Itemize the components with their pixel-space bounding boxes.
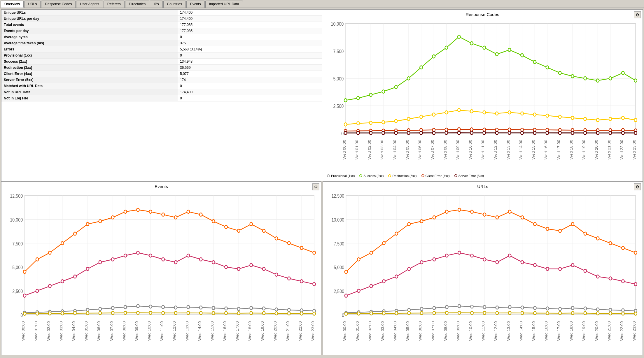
svg-text:Wed 08:00: Wed 08:00 bbox=[443, 140, 447, 159]
svg-text:Wed 22:00: Wed 22:00 bbox=[620, 140, 624, 159]
svg-point-230 bbox=[200, 213, 202, 216]
svg-point-79 bbox=[596, 79, 599, 82]
tab-directories[interactable]: Directories bbox=[125, 1, 149, 8]
svg-point-301 bbox=[187, 311, 190, 314]
svg-point-456 bbox=[483, 311, 486, 314]
svg-point-374 bbox=[357, 258, 360, 261]
svg-text:Wed 22:00: Wed 22:00 bbox=[298, 321, 302, 341]
svg-text:Wed 08:00: Wed 08:00 bbox=[122, 321, 126, 341]
svg-point-404 bbox=[433, 258, 436, 261]
svg-point-119 bbox=[496, 128, 498, 131]
svg-text:Wed 20:00: Wed 20:00 bbox=[273, 321, 277, 341]
tab-user-agents[interactable]: User Agents bbox=[76, 1, 103, 8]
tab-countries[interactable]: Countries bbox=[163, 1, 186, 8]
svg-point-144 bbox=[508, 131, 511, 134]
svg-text:Wed 08:00: Wed 08:00 bbox=[444, 321, 448, 341]
svg-text:Wed 03:00: Wed 03:00 bbox=[380, 140, 384, 159]
stat-value: 0 bbox=[178, 34, 322, 40]
stat-label: Success (2xx) bbox=[1, 59, 178, 65]
svg-point-306 bbox=[250, 311, 253, 315]
svg-point-373 bbox=[345, 270, 348, 273]
svg-point-69 bbox=[470, 42, 473, 45]
svg-text:0: 0 bbox=[20, 312, 23, 317]
svg-point-279 bbox=[212, 306, 215, 309]
svg-point-309 bbox=[288, 312, 290, 315]
svg-point-98 bbox=[533, 113, 536, 116]
stat-label: Total events bbox=[1, 22, 178, 28]
tab-events[interactable]: Events bbox=[186, 1, 205, 8]
svg-point-445 bbox=[345, 312, 348, 315]
svg-point-256 bbox=[225, 265, 228, 268]
svg-point-293 bbox=[86, 311, 89, 315]
svg-point-406 bbox=[458, 251, 461, 254]
stat-value: 36,569 bbox=[178, 65, 322, 71]
svg-point-436 bbox=[533, 306, 536, 309]
svg-point-447 bbox=[370, 312, 373, 315]
svg-point-292 bbox=[74, 311, 76, 315]
tab-imported-url-data[interactable]: Imported URL Data bbox=[205, 1, 243, 8]
svg-point-303 bbox=[212, 311, 215, 315]
tab-referers[interactable]: Referers bbox=[104, 1, 125, 8]
svg-point-87 bbox=[395, 120, 398, 123]
svg-text:Wed 23:00: Wed 23:00 bbox=[311, 321, 315, 341]
tab-urls[interactable]: URLs bbox=[24, 1, 41, 8]
svg-text:Wed 01:00: Wed 01:00 bbox=[355, 140, 359, 159]
svg-point-263 bbox=[313, 282, 316, 286]
svg-point-269 bbox=[86, 308, 89, 311]
svg-point-291 bbox=[61, 312, 64, 315]
svg-text:Wed 17:00: Wed 17:00 bbox=[235, 321, 239, 341]
svg-point-65 bbox=[420, 66, 423, 69]
svg-point-138 bbox=[432, 131, 435, 134]
svg-point-116 bbox=[458, 128, 461, 131]
response-codes-chart-area: 02,5005,0007,50010,000Wed 00:00Wed 01:00… bbox=[325, 18, 640, 172]
svg-point-441 bbox=[596, 308, 599, 311]
events-settings-button[interactable]: ⚙ bbox=[312, 183, 319, 190]
tab-response-codes[interactable]: Response Codes bbox=[41, 1, 76, 8]
svg-point-101 bbox=[571, 116, 574, 120]
svg-point-454 bbox=[458, 311, 461, 314]
svg-point-432 bbox=[483, 305, 486, 308]
response-codes-legend: Provisional (1xx)Success (2xx)Redirectio… bbox=[325, 173, 640, 179]
svg-point-461 bbox=[546, 311, 549, 315]
svg-point-86 bbox=[382, 121, 385, 124]
svg-rect-336 bbox=[346, 195, 636, 315]
svg-point-232 bbox=[225, 225, 228, 228]
svg-text:Wed 03:00: Wed 03:00 bbox=[59, 321, 63, 341]
stat-label: Unique URLs per day bbox=[1, 16, 178, 22]
svg-point-71 bbox=[496, 52, 498, 56]
svg-point-411 bbox=[521, 260, 524, 264]
svg-point-139 bbox=[445, 131, 448, 134]
svg-point-131 bbox=[344, 131, 347, 134]
stats-scroll[interactable]: Unique URLs174,400Unique URLs per day174… bbox=[1, 10, 322, 181]
svg-point-121 bbox=[521, 128, 524, 131]
svg-text:12,500: 12,500 bbox=[331, 193, 344, 198]
svg-point-251 bbox=[162, 258, 164, 261]
response-codes-settings-button[interactable]: ⚙ bbox=[634, 11, 641, 18]
svg-text:Wed 20:00: Wed 20:00 bbox=[595, 321, 599, 341]
tab-ips[interactable]: IPs bbox=[150, 1, 162, 8]
svg-point-238 bbox=[300, 246, 303, 249]
svg-point-137 bbox=[420, 131, 423, 134]
svg-text:Wed 19:00: Wed 19:00 bbox=[260, 321, 265, 341]
svg-point-283 bbox=[262, 307, 265, 310]
svg-point-136 bbox=[407, 131, 410, 134]
svg-point-88 bbox=[407, 117, 410, 120]
svg-point-96 bbox=[508, 111, 511, 114]
svg-point-418 bbox=[609, 277, 612, 280]
svg-point-60 bbox=[357, 96, 360, 100]
svg-point-89 bbox=[420, 115, 423, 118]
svg-point-248 bbox=[124, 254, 127, 257]
svg-point-84 bbox=[357, 122, 360, 125]
stat-value: 0 bbox=[178, 95, 322, 101]
svg-point-383 bbox=[470, 210, 473, 213]
svg-point-455 bbox=[470, 311, 473, 314]
tab-overview[interactable]: Overview bbox=[1, 1, 24, 8]
table-row: Redirection (3xx)36,569 bbox=[1, 65, 322, 71]
urls-settings-button[interactable]: ⚙ bbox=[634, 183, 641, 190]
svg-point-438 bbox=[559, 307, 561, 310]
svg-text:Wed 06:00: Wed 06:00 bbox=[97, 321, 101, 341]
svg-point-463 bbox=[571, 311, 574, 315]
svg-point-240 bbox=[23, 294, 26, 297]
svg-text:Wed 20:00: Wed 20:00 bbox=[594, 140, 598, 159]
urls-title: URLs bbox=[325, 184, 640, 189]
